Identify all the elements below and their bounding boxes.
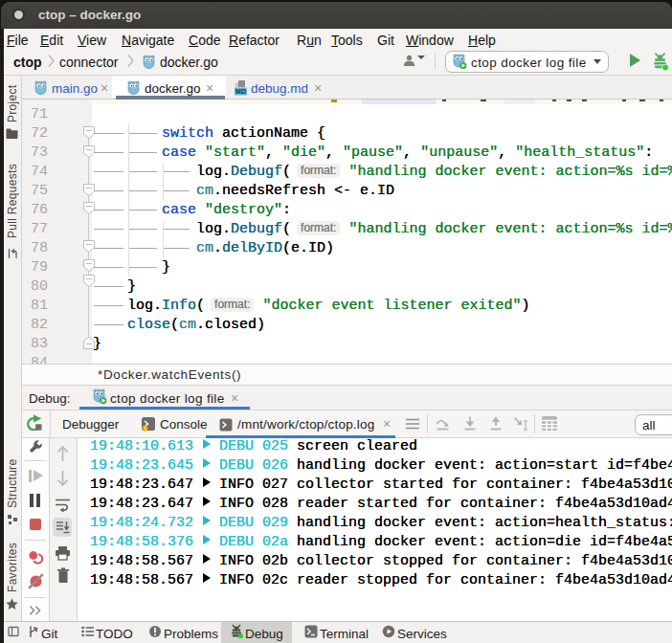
svg-text:MD: MD [235, 88, 246, 95]
